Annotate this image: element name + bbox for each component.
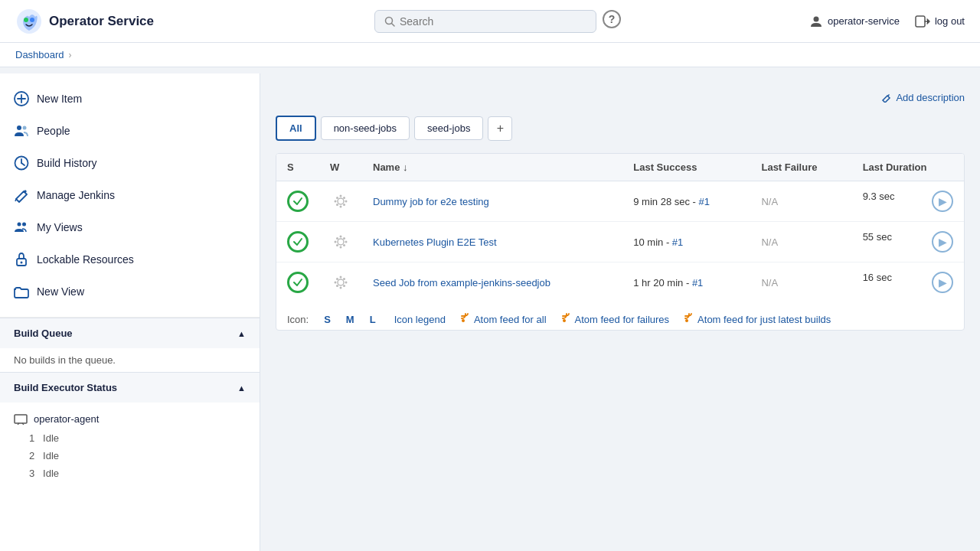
svg-point-17 — [22, 223, 26, 227]
svg-point-45 — [345, 282, 348, 284]
main-layout: New Item People — [0, 73, 980, 551]
build-num[interactable]: #1 — [699, 196, 710, 207]
job-name[interactable]: Dummy job for e2e testing — [373, 196, 489, 207]
svg-line-4 — [392, 23, 395, 26]
sidebar-item-people[interactable]: People — [0, 115, 260, 147]
logout-button[interactable]: log out — [915, 15, 965, 28]
breadcrumb-dashboard[interactable]: Dashboard — [15, 49, 64, 60]
last-failure-cell: N/A — [750, 262, 851, 303]
header-actions: operator-service log out — [735, 15, 965, 28]
table-row: Kubernetes Plugin E2E Test 10 min - #1 N… — [276, 222, 964, 262]
executor-3: 3 Idle — [14, 465, 246, 482]
col-header-last-failure: Last Failure — [750, 154, 851, 181]
svg-rect-6 — [916, 16, 925, 27]
svg-point-47 — [343, 285, 345, 287]
col-header-name[interactable]: Name ↓ — [362, 154, 622, 181]
build-queue-title: Build Queue — [14, 328, 73, 339]
icon-size-l[interactable]: L — [370, 314, 376, 325]
svg-point-30 — [343, 197, 345, 199]
last-failure-cell: N/A — [750, 222, 851, 262]
feed-icon — [461, 313, 471, 325]
people-icon — [14, 123, 29, 139]
sidebar-item-lockable-resources[interactable]: Lockable Resources — [0, 243, 260, 276]
search-input[interactable] — [400, 15, 586, 28]
svg-point-10 — [17, 126, 21, 130]
logo-area: Operator Service — [15, 8, 260, 35]
col-header-s: S — [276, 154, 319, 181]
svg-point-2 — [30, 18, 34, 22]
svg-point-26 — [335, 201, 337, 203]
svg-point-33 — [340, 236, 342, 238]
icon-size-s[interactable]: S — [324, 314, 331, 325]
name-cell[interactable]: Seed Job from example-jenkins-seedjob — [362, 262, 622, 303]
name-cell[interactable]: Dummy job for e2e testing — [362, 181, 622, 222]
col-header-w: W — [319, 154, 362, 181]
jobs-table: S W Name ↓ Last Success Last Failure Las… — [276, 154, 964, 302]
status-cell — [276, 181, 319, 222]
weather-cell — [319, 262, 362, 303]
svg-point-25 — [340, 206, 342, 208]
last-success-cell: 10 min - #1 — [622, 222, 750, 262]
pencil-icon — [14, 187, 29, 203]
sidebar-label-lockable-resources: Lockable Resources — [37, 253, 134, 266]
build-executor-header[interactable]: Build Executor Status ▲ — [0, 373, 260, 403]
svg-point-23 — [338, 198, 344, 204]
sidebar-item-build-history[interactable]: Build History — [0, 147, 260, 179]
monitor-icon — [14, 414, 28, 425]
jobs-table-wrap: S W Name ↓ Last Success Last Failure Las… — [276, 153, 965, 331]
svg-point-27 — [345, 201, 348, 203]
search-box[interactable] — [374, 10, 596, 33]
user-label: operator-service — [828, 15, 900, 27]
tab-seed-jobs[interactable]: seed-jobs — [414, 116, 483, 140]
svg-point-35 — [335, 241, 337, 243]
tab-non-seed-jobs[interactable]: non-seed-jobs — [321, 116, 410, 140]
tab-add-button[interactable]: + — [488, 116, 512, 141]
build-num[interactable]: #1 — [672, 236, 683, 248]
svg-line-15 — [15, 199, 16, 201]
svg-line-14 — [21, 163, 24, 165]
executor-2: 2 Idle — [14, 447, 246, 465]
sidebar-item-new-item[interactable]: New Item — [0, 83, 260, 115]
build-queue-content: No builds in the queue. — [0, 348, 260, 372]
svg-point-44 — [335, 282, 337, 284]
sidebar-item-new-view[interactable]: New View — [0, 276, 260, 308]
svg-point-28 — [336, 197, 338, 199]
sidebar-label-new-item: New Item — [37, 93, 82, 105]
icon-legend-label: Icon legend — [394, 314, 446, 325]
help-icon[interactable]: ? — [603, 10, 621, 28]
run-button[interactable]: ▶ — [932, 272, 953, 293]
svg-point-39 — [343, 237, 345, 240]
svg-point-24 — [340, 195, 342, 197]
executor-agent: operator-agent — [14, 409, 246, 429]
app-title: Operator Service — [49, 14, 154, 29]
tab-all[interactable]: All — [276, 116, 316, 141]
svg-point-50 — [462, 319, 465, 322]
feed-all-link[interactable]: Atom feed for all — [461, 313, 547, 325]
job-name[interactable]: Seed Job from example-jenkins-seedjob — [373, 277, 550, 289]
sidebar-item-manage-jenkins[interactable]: Manage Jenkins — [0, 179, 260, 211]
svg-point-36 — [345, 241, 348, 243]
feed-latest-link[interactable]: Atom feed for just latest builds — [684, 313, 831, 325]
icon-legend-link[interactable]: Icon legend — [394, 314, 446, 325]
feed-failures-link[interactable]: Atom feed for failures — [562, 313, 670, 325]
run-button[interactable]: ▶ — [932, 191, 953, 212]
executor-1: 1 Idle — [14, 429, 246, 447]
name-cell[interactable]: Kubernetes Plugin E2E Test — [362, 222, 622, 262]
svg-point-37 — [336, 237, 338, 240]
run-button[interactable]: ▶ — [932, 231, 953, 253]
build-queue-header[interactable]: Build Queue ▲ — [0, 318, 260, 348]
user-menu[interactable]: operator-service — [809, 15, 900, 28]
feed-all-label: Atom feed for all — [474, 314, 547, 325]
col-header-last-success: Last Success — [622, 154, 750, 181]
table-row: Dummy job for e2e testing 9 min 28 sec -… — [276, 181, 964, 222]
build-queue-section: Build Queue ▲ No builds in the queue. — [0, 318, 260, 372]
pencil-small-icon — [881, 93, 891, 103]
build-executor-section: Build Executor Status ▲ operator-agent 1… — [0, 372, 260, 488]
svg-point-1 — [24, 18, 28, 22]
col-header-last-duration: Last Duration — [852, 154, 964, 181]
icon-size-m[interactable]: M — [346, 314, 354, 325]
add-description-button[interactable]: Add description — [881, 89, 965, 106]
build-num[interactable]: #1 — [692, 277, 703, 289]
sidebar-item-my-views[interactable]: My Views — [0, 211, 260, 243]
job-name[interactable]: Kubernetes Plugin E2E Test — [373, 236, 497, 248]
